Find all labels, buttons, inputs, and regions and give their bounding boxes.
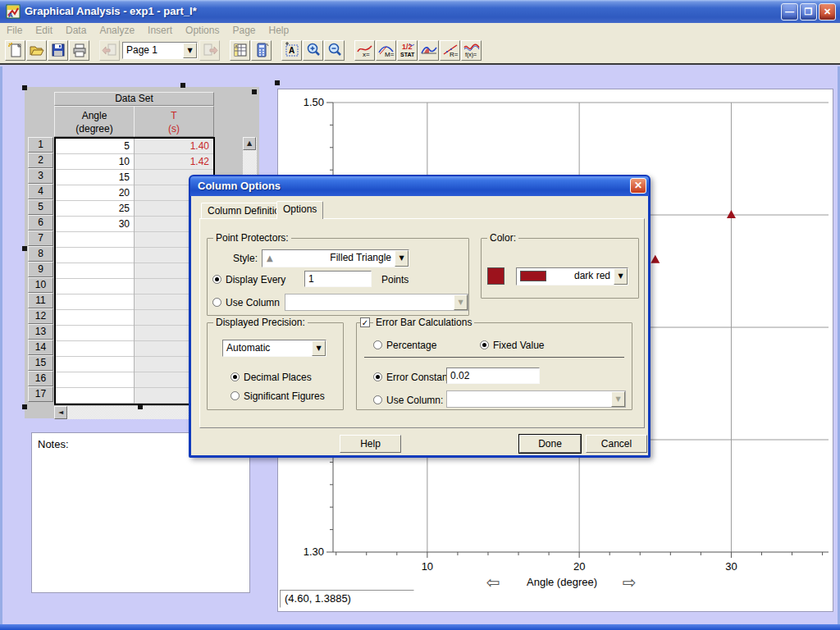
help-button[interactable]: Help <box>340 435 401 453</box>
selection-handle[interactable] <box>22 85 27 90</box>
error-constant-radio[interactable] <box>373 372 382 381</box>
cell-angle-row12[interactable] <box>56 310 134 326</box>
close-button[interactable]: ✕ <box>819 3 836 21</box>
use-column-radio[interactable] <box>212 298 221 307</box>
row-header-6[interactable]: 6 <box>28 215 53 231</box>
filled-triangle-icon: ▲ <box>262 250 273 267</box>
print-icon[interactable] <box>69 40 89 61</box>
row-header-9[interactable]: 9 <box>28 262 53 277</box>
row-header-17[interactable]: 17 <box>28 386 53 402</box>
page-selector[interactable]: Page 1▼ <box>122 42 198 59</box>
row-header-5[interactable]: 5 <box>28 199 53 215</box>
linear-fit-icon[interactable]: R= <box>440 40 460 61</box>
cell-angle-row9[interactable] <box>56 263 134 279</box>
data-table-icon[interactable] <box>230 40 250 61</box>
menu-data[interactable]: Data <box>59 25 93 36</box>
new-file-icon[interactable] <box>5 40 25 61</box>
cell-angle-row13[interactable] <box>56 326 134 341</box>
save-file-icon[interactable] <box>48 40 68 61</box>
minimize-button[interactable]: — <box>781 3 798 21</box>
cell-t-row1[interactable]: 1.40 <box>135 139 213 154</box>
significant-figures-radio[interactable] <box>231 391 240 400</box>
chevron-down-icon[interactable]: ▼ <box>614 268 628 285</box>
selection-handle[interactable] <box>275 80 280 85</box>
chevron-down-icon[interactable]: ▼ <box>395 250 409 267</box>
row-header-7[interactable]: 7 <box>28 231 53 246</box>
error-bar-checkbox[interactable]: ✓ <box>360 317 370 327</box>
selection-handle[interactable] <box>180 83 185 88</box>
tab-options[interactable]: Options <box>276 201 323 219</box>
row-header-11[interactable]: 11 <box>28 293 53 308</box>
color-dropdown[interactable]: dark red ▼ <box>516 267 628 285</box>
cell-angle-row3[interactable]: 15 <box>56 170 134 185</box>
zoom-out-icon[interactable] <box>324 40 345 61</box>
statistics-icon[interactable]: 1/2STAT <box>397 40 418 61</box>
calculator-icon[interactable] <box>251 40 272 61</box>
cell-angle-row5[interactable]: 25 <box>56 201 134 217</box>
cell-angle-row6[interactable]: 30 <box>56 217 134 232</box>
menu-file[interactable]: File <box>0 25 29 36</box>
fixed-value-radio[interactable] <box>480 340 489 349</box>
menu-help[interactable]: Help <box>262 25 296 36</box>
cell-angle-row2[interactable]: 10 <box>56 154 134 170</box>
open-file-icon[interactable] <box>26 40 47 61</box>
column-header-t[interactable]: T (s) <box>134 106 214 137</box>
error-use-column-radio[interactable] <box>373 395 382 404</box>
cancel-button[interactable]: Cancel <box>586 435 647 453</box>
menu-insert[interactable]: Insert <box>141 25 179 36</box>
restore-button[interactable]: ❐ <box>800 3 817 21</box>
cell-angle-row17[interactable] <box>56 388 134 404</box>
selection-handle[interactable] <box>138 404 143 409</box>
selection-handle[interactable] <box>22 246 27 251</box>
chevron-down-icon[interactable]: ▼ <box>183 43 197 58</box>
row-header-8[interactable]: 8 <box>28 246 53 262</box>
row-header-10[interactable]: 10 <box>28 277 53 293</box>
row-header-15[interactable]: 15 <box>28 355 53 371</box>
menu-edit[interactable]: Edit <box>29 25 59 36</box>
decimal-places-radio[interactable] <box>231 372 240 381</box>
cell-angle-row4[interactable]: 20 <box>56 185 134 201</box>
cell-angle-row14[interactable] <box>56 341 134 357</box>
menu-analyze[interactable]: Analyze <box>93 25 141 36</box>
row-header-12[interactable]: 12 <box>28 308 53 324</box>
chevron-down-icon[interactable]: ▼ <box>312 340 326 356</box>
dialog-title-bar[interactable]: Column Options ✕ <box>190 176 649 196</box>
tangent-icon[interactable]: M= <box>376 40 396 61</box>
cell-angle-row1[interactable]: 5 <box>56 139 134 154</box>
curve-fit-icon[interactable]: f(x)= <box>461 40 482 61</box>
row-header-2[interactable]: 2 <box>28 153 53 168</box>
text-annotation-icon[interactable]: A <box>281 40 302 61</box>
cell-angle-row16[interactable] <box>56 372 134 388</box>
display-every-input[interactable]: 1 <box>304 271 372 287</box>
cell-angle-row8[interactable] <box>56 248 134 263</box>
percentage-radio[interactable] <box>373 340 382 349</box>
cell-angle-row10[interactable] <box>56 279 134 294</box>
cell-t-row2[interactable]: 1.42 <box>135 154 213 170</box>
done-button[interactable]: Done <box>519 435 581 453</box>
menu-page[interactable]: Page <box>226 25 262 36</box>
selection-handle[interactable] <box>252 89 257 94</box>
scroll-left-icon[interactable]: ◄ <box>54 406 67 419</box>
display-every-radio[interactable] <box>212 275 221 284</box>
cell-angle-row7[interactable] <box>56 232 134 248</box>
row-header-16[interactable]: 16 <box>28 371 53 386</box>
integral-icon[interactable] <box>418 40 439 61</box>
row-header-13[interactable]: 13 <box>28 324 53 340</box>
precision-dropdown[interactable]: Automatic ▼ <box>222 340 326 357</box>
examine-icon[interactable]: x= <box>354 40 375 61</box>
cell-angle-row11[interactable] <box>56 294 134 310</box>
data-set-title[interactable]: Data Set <box>54 92 214 106</box>
cell-angle-row15[interactable] <box>56 357 134 372</box>
selection-handle[interactable] <box>22 404 27 409</box>
style-dropdown[interactable]: ▲ Filled Triangle ▼ <box>262 249 409 267</box>
menu-options[interactable]: Options <box>179 25 226 36</box>
zoom-in-icon[interactable] <box>303 40 323 61</box>
scroll-up-icon[interactable]: ▲ <box>243 137 256 150</box>
row-header-3[interactable]: 3 <box>28 168 53 184</box>
error-constant-input[interactable]: 0.02 <box>446 368 540 384</box>
row-header-4[interactable]: 4 <box>28 184 53 199</box>
dialog-close-icon[interactable]: ✕ <box>630 178 646 194</box>
column-header-angle[interactable]: Angle (degree) <box>54 106 135 137</box>
row-header-1[interactable]: 1 <box>28 137 53 153</box>
row-header-14[interactable]: 14 <box>28 340 53 355</box>
